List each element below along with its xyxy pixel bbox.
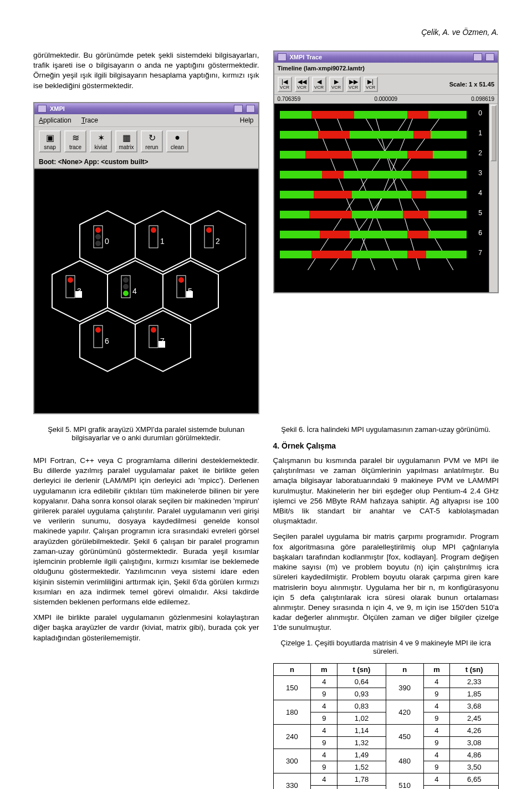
camera-icon: ▣ bbox=[46, 131, 54, 144]
svg-text:6: 6 bbox=[105, 337, 109, 345]
skip-forward-icon: ▶| bbox=[365, 79, 377, 85]
xmpi-title-text: XMPI bbox=[50, 105, 65, 112]
minimize-button[interactable] bbox=[473, 53, 482, 61]
vcr-last-button[interactable]: ▶|VCR bbox=[364, 77, 378, 92]
xmpi-toolbar: ▣snap ≋trace ✶kiviat ▦matrix ↻rerun ●cle… bbox=[34, 127, 258, 156]
vcr-rewind-button[interactable]: ◀◀VCR bbox=[295, 77, 309, 92]
timeline-scrollbar[interactable] bbox=[489, 104, 498, 292]
reload-icon: ↻ bbox=[149, 131, 156, 144]
svg-text:4: 4 bbox=[132, 287, 137, 296]
svg-point-28 bbox=[123, 277, 129, 283]
hex-svg: .hx{fill:none;stroke:#fff;stroke-width:2… bbox=[47, 175, 246, 408]
table-header: n bbox=[386, 663, 423, 675]
matrix-button[interactable]: ▦matrix bbox=[115, 130, 137, 152]
figure-6-caption: Şekil 6. İcra halindeki MPI uygulamasını… bbox=[273, 425, 499, 434]
timeline-toolbar: Timeline (lam-xmpi9072.lamtr) bbox=[274, 63, 498, 74]
table-row: 24041,1445044,26 bbox=[273, 724, 499, 736]
trace-button[interactable]: ≋trace bbox=[64, 130, 86, 152]
table-header: n bbox=[273, 663, 311, 675]
table-header: t (sn) bbox=[337, 663, 386, 675]
svg-point-22 bbox=[206, 227, 212, 233]
clean-button[interactable]: ●clean bbox=[166, 130, 188, 152]
svg-point-16 bbox=[95, 227, 101, 233]
svg-point-31 bbox=[178, 277, 184, 283]
bomb-icon: ● bbox=[175, 131, 180, 144]
svg-point-36 bbox=[151, 327, 156, 333]
paper-authors: Çelik, A. ve Özmen, A. bbox=[33, 28, 499, 37]
step-forward-icon: ▶ bbox=[330, 79, 342, 85]
timeline-label: Timeline (lam-xmpi9072.lamtr) bbox=[278, 65, 365, 72]
svg-rect-38 bbox=[158, 341, 165, 348]
svg-point-17 bbox=[95, 234, 101, 240]
svg-text:0: 0 bbox=[105, 237, 109, 246]
grid-icon: ▦ bbox=[122, 131, 131, 144]
left-body-paragraph: MPI Fortran, C++ veya C programlama dill… bbox=[33, 456, 259, 607]
scrollbar-thumb[interactable] bbox=[490, 105, 497, 161]
rewind-icon: ◀◀ bbox=[296, 79, 308, 85]
xmpi-menubar: Application Trace Help bbox=[34, 114, 258, 127]
star-icon: ✶ bbox=[98, 131, 105, 144]
section-4-heading: 4. Örnek Çalışma bbox=[273, 441, 499, 450]
xmpi-bootline: Boot: <None> App: <custom built> bbox=[34, 156, 258, 169]
table-row: 15040,6439042,33 bbox=[273, 675, 499, 688]
results-table: nmt (sn)nmt (sn) 15040,6439042,3390,9391… bbox=[273, 663, 499, 789]
intro-paragraph: görülmektedir. Bu görünümde petek şekli … bbox=[33, 50, 259, 91]
vcr-back-button[interactable]: ◀VCR bbox=[312, 77, 326, 92]
trace-window: XMPI Trace Timeline (lam-xmpi9072.lamtr)… bbox=[273, 50, 499, 293]
svg-point-27 bbox=[123, 291, 129, 296]
minimize-button[interactable] bbox=[234, 105, 243, 113]
window-menu-button[interactable] bbox=[38, 105, 47, 113]
vcr-fwd-button[interactable]: ▶VCR bbox=[329, 77, 344, 92]
kiviat-button[interactable]: ✶kiviat bbox=[90, 130, 112, 152]
xmpi-titlebar[interactable]: XMPI bbox=[34, 103, 258, 114]
trace-titlebar[interactable]: XMPI Trace bbox=[274, 52, 498, 63]
snap-button[interactable]: ▣snap bbox=[39, 130, 61, 152]
menu-application[interactable]: Application bbox=[39, 116, 71, 124]
step-back-icon: ◀ bbox=[313, 79, 325, 85]
skip-back-icon: |◀ bbox=[279, 79, 291, 85]
menu-help[interactable]: Help bbox=[240, 116, 254, 124]
vcr-row: |◀VCR ◀◀VCR ◀VCR ▶VCR ▶▶VCR ▶|VCR Scale:… bbox=[274, 74, 498, 95]
fast-forward-icon: ▶▶ bbox=[347, 79, 360, 85]
wave-icon: ≋ bbox=[72, 131, 79, 144]
window-menu-button[interactable] bbox=[278, 53, 287, 61]
left-body-paragraph-2: XMPI ile birlikte paralel uygulamanın gö… bbox=[33, 613, 259, 643]
svg-point-29 bbox=[123, 284, 129, 289]
rerun-button[interactable]: ↻rerun bbox=[141, 130, 163, 152]
table-header: t (sn) bbox=[450, 663, 499, 675]
table-row: 33041,7851046,65 bbox=[273, 773, 499, 785]
timeline-canvas: 0 1 2 3 4 5 6 7 bbox=[274, 104, 498, 292]
hex-node-view: .hx{fill:none;stroke:#fff;stroke-width:2… bbox=[34, 169, 258, 413]
menu-trace[interactable]: Trace bbox=[81, 116, 98, 124]
xmpi-window: XMPI Application Trace Help ▣snap ≋trace… bbox=[33, 102, 259, 414]
svg-text:2: 2 bbox=[216, 237, 220, 246]
svg-text:1: 1 bbox=[160, 237, 165, 246]
table-header: m bbox=[311, 663, 337, 675]
svg-point-20 bbox=[151, 227, 156, 233]
right-body-paragraph-1: Çalışmanın bu kısmında paralel bir uygul… bbox=[273, 456, 499, 527]
scale-numbers: 0.706359 0.000009 0.098619 bbox=[274, 95, 498, 104]
svg-point-24 bbox=[68, 277, 73, 283]
maximize-button[interactable] bbox=[485, 53, 494, 61]
svg-rect-26 bbox=[75, 291, 82, 298]
trace-title-text: XMPI Trace bbox=[290, 54, 323, 60]
svg-point-34 bbox=[95, 327, 101, 333]
vcr-ff-button[interactable]: ▶▶VCR bbox=[346, 77, 361, 92]
figure-5-caption: Şekil 5. MPI grafik arayüzü XMPI'da para… bbox=[33, 425, 259, 442]
table-caption: Çizelge 1. Çeşitli boyutlarda matrisin 4… bbox=[273, 639, 499, 655]
svg-point-18 bbox=[95, 241, 101, 246]
table-row: 18040,8342043,68 bbox=[273, 700, 499, 712]
vcr-first-button[interactable]: |◀VCR bbox=[278, 77, 292, 92]
scale-label: Scale: 1 x 51.45 bbox=[449, 81, 494, 88]
right-body-paragraph-2: Seçilen paralel uygulama bir matris çarp… bbox=[273, 532, 499, 633]
maximize-button[interactable] bbox=[246, 105, 255, 113]
table-header: m bbox=[423, 663, 450, 675]
svg-rect-33 bbox=[186, 291, 193, 298]
table-row: 30041,4948044,86 bbox=[273, 749, 499, 761]
